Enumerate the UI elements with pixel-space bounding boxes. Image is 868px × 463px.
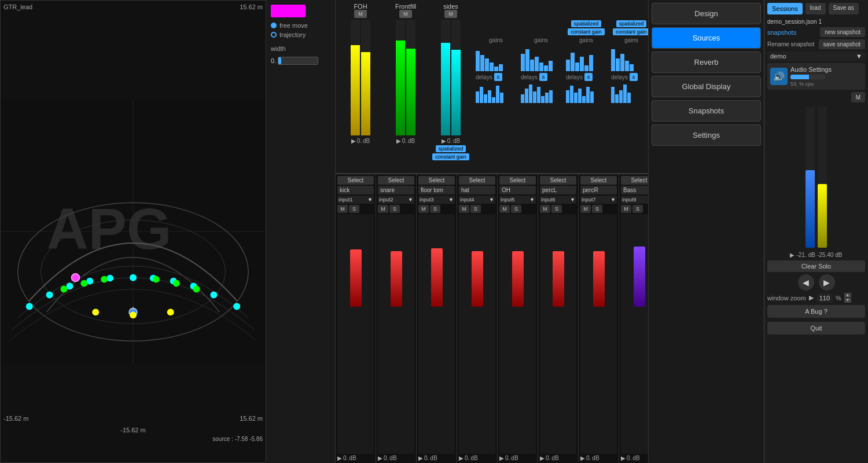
audio-settings-box[interactable]: 🔊 Audio Settings 53, % cpu: [767, 63, 865, 90]
tag-constant-gain-1[interactable]: constant gain: [568, 28, 605, 35]
reverb-btn[interactable]: Reverb: [652, 52, 761, 73]
master-fader-l[interactable]: [806, 106, 815, 248]
oh-m-btn[interactable]: M: [499, 205, 510, 213]
zoom-down[interactable]: ▼: [844, 298, 851, 303]
floortom-input-arrow: ▼: [448, 197, 454, 203]
floortom-fader-fill: [431, 248, 443, 307]
sources-btn[interactable]: Sources: [652, 27, 761, 49]
percL-select[interactable]: Select: [540, 176, 576, 185]
floortom-m-btn[interactable]: M: [418, 205, 429, 213]
foh-fader-l[interactable]: [351, 20, 360, 135]
percR-select[interactable]: Select: [580, 176, 617, 185]
width-slider[interactable]: 0.: [271, 57, 330, 65]
load-btn[interactable]: load: [806, 3, 826, 14]
zoom-value[interactable]: 110: [816, 293, 833, 303]
oh-fader[interactable]: [499, 214, 536, 454]
snare-input[interactable]: input2 ▼: [378, 196, 414, 204]
bug-btn[interactable]: A Bug ?: [767, 305, 865, 318]
bass-fader[interactable]: [621, 214, 648, 454]
sides-unit: dB: [453, 138, 460, 144]
kick-select[interactable]: Select: [337, 176, 374, 185]
save-as-btn[interactable]: Save as: [829, 3, 859, 14]
percR-m-btn[interactable]: M: [580, 205, 591, 213]
sides-spatialized[interactable]: spatialized: [436, 145, 466, 152]
floortom-select[interactable]: Select: [418, 176, 455, 185]
percR-fader[interactable]: [580, 214, 617, 454]
percL-m-btn[interactable]: M: [540, 205, 550, 213]
svg-point-20: [153, 276, 160, 283]
sides-fader-l[interactable]: [441, 20, 450, 135]
bass-s-btn[interactable]: S: [632, 205, 643, 213]
new-snapshot-btn[interactable]: new snapshot: [820, 27, 865, 37]
foh-mute[interactable]: M: [354, 10, 367, 18]
quit-btn[interactable]: Quit: [767, 322, 865, 335]
delays-icon-1[interactable]: δ: [539, 73, 547, 81]
sides-mute[interactable]: M: [444, 10, 457, 18]
master-fader-r[interactable]: [818, 106, 827, 248]
percL-name: percL: [540, 186, 576, 194]
hat-input[interactable]: input4▼: [459, 196, 495, 204]
zoom-stepper[interactable]: ▲ ▼: [844, 293, 851, 303]
global-display-btn[interactable]: Global Display: [652, 76, 761, 97]
snapshot-dropdown-arrow: ▼: [856, 53, 862, 60]
delays-icon-0[interactable]: δ: [494, 73, 502, 81]
percL-s-btn[interactable]: S: [551, 205, 562, 213]
settings-btn[interactable]: Settings: [652, 124, 761, 146]
channel-floortom: Select floor tom input3 ▼ M S ▶0.dB: [417, 174, 457, 463]
hat-m-btn[interactable]: M: [459, 205, 469, 213]
nav-back-btn[interactable]: ◀: [798, 274, 814, 291]
hat-s-btn[interactable]: S: [470, 205, 481, 213]
percL-input[interactable]: input6▼: [540, 196, 576, 204]
floortom-s-btn[interactable]: S: [430, 205, 440, 213]
foh-fader-r[interactable]: [361, 20, 370, 135]
snapshot-dropdown[interactable]: demo ▼: [767, 52, 865, 61]
save-snapshot-btn[interactable]: save snapshot: [819, 39, 866, 49]
kick-input[interactable]: input1 ▼: [337, 196, 374, 204]
tag-constant-gain-2[interactable]: constant gain: [613, 28, 648, 35]
floortom-input[interactable]: input3 ▼: [418, 196, 455, 204]
kick-m-btn[interactable]: M: [337, 205, 348, 213]
clear-solo-btn[interactable]: Clear Solo: [767, 260, 865, 272]
design-btn[interactable]: Design: [652, 3, 761, 24]
hat-select[interactable]: Select: [459, 176, 495, 185]
frontfill-fader-r[interactable]: [406, 20, 415, 135]
oh-input[interactable]: input5▼: [499, 196, 536, 204]
frontfill-fader-l[interactable]: [396, 20, 405, 135]
kick-fader[interactable]: [337, 214, 374, 454]
free-move-radio[interactable]: free move: [271, 22, 330, 29]
kick-s-btn[interactable]: S: [349, 205, 359, 213]
hat-fader[interactable]: [459, 214, 495, 454]
oh-select[interactable]: Select: [499, 176, 536, 185]
floortom-fader[interactable]: [418, 214, 455, 454]
delays-icon-2[interactable]: δ: [584, 73, 593, 81]
frontfill-mute[interactable]: M: [399, 10, 412, 18]
percR-s-btn[interactable]: S: [592, 205, 602, 213]
nav-forward-btn[interactable]: ▶: [819, 274, 835, 291]
bass-select[interactable]: Select: [621, 176, 648, 185]
floortom-value-row: ▶0.dB: [418, 455, 455, 461]
snare-fader[interactable]: [378, 214, 414, 454]
tag-spatialized-2[interactable]: spatialized: [616, 20, 647, 27]
sides-constant-gain[interactable]: constant gain: [432, 153, 469, 160]
snare-m-btn[interactable]: M: [378, 205, 388, 213]
svg-point-7: [46, 292, 53, 299]
snare-s-btn[interactable]: S: [389, 205, 400, 213]
bass-input[interactable]: input9▼: [621, 196, 648, 204]
delays-icon-3[interactable]: δ: [630, 73, 638, 81]
sides-fader-r[interactable]: [451, 20, 461, 135]
master-m-btn[interactable]: M: [851, 92, 865, 102]
source-color-block[interactable]: [271, 5, 306, 17]
percL-fader[interactable]: [540, 214, 576, 454]
percL-value: 0.: [546, 455, 550, 461]
width-track[interactable]: [278, 57, 318, 65]
zoom-up[interactable]: ▲: [844, 293, 851, 297]
venue-map[interactable]: GTR_lead 15.62 m -15.62 m 15.62 m -15.62…: [0, 0, 266, 463]
percR-input[interactable]: input7▼: [580, 196, 617, 204]
trajectory-radio[interactable]: trajectory: [271, 31, 330, 38]
sessions-tab[interactable]: Sessions: [767, 3, 803, 14]
bass-m-btn[interactable]: M: [621, 205, 631, 213]
snare-select[interactable]: Select: [378, 176, 414, 185]
tag-spatialized-1[interactable]: spatialized: [571, 20, 602, 27]
oh-s-btn[interactable]: S: [511, 205, 521, 213]
snapshots-btn[interactable]: Snapshots: [652, 100, 761, 122]
